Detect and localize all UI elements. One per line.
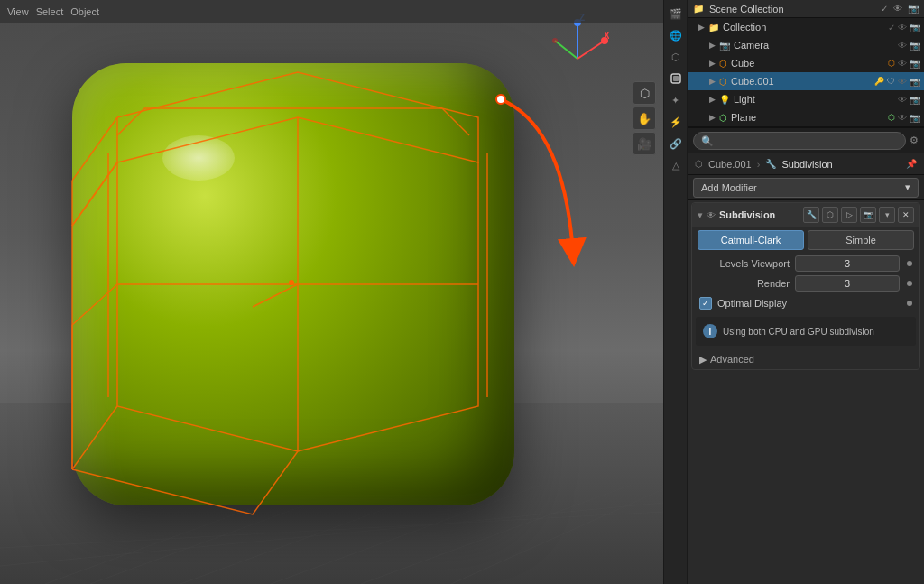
- checkbox-row-optimal: ✓ Optimal Display: [692, 293, 919, 313]
- optimal-display-checkbox[interactable]: ✓: [699, 297, 712, 310]
- outliner-header: 📁 Scene Collection ✓ 👁 📷: [688, 0, 924, 18]
- outliner: 📁 Scene Collection ✓ 👁 📷 ▶ 📁 Collection …: [688, 0, 924, 128]
- mod-btn-icon1[interactable]: ⬡: [822, 207, 838, 223]
- side-icon-constraints[interactable]: 🔗: [666, 134, 686, 153]
- add-modifier-arrow: ▾: [905, 181, 910, 193]
- svg-line-29: [555, 41, 578, 59]
- modifier-toolbar: 🔧 ⬡ ▷ 📷 ▾ ✕: [803, 207, 914, 223]
- outliner-item-cube[interactable]: ▶ ⬡ Cube ⬡ 👁📷: [688, 54, 924, 72]
- optimal-display-label: Optimal Display: [717, 298, 787, 309]
- advanced-arrow: ▶: [699, 354, 707, 366]
- origin-dot: [289, 280, 294, 285]
- panel-content: 📁 Scene Collection ✓ 👁 📷 ▶ 📁 Collection …: [688, 0, 924, 584]
- outliner-label-camera: Camera: [734, 40, 894, 51]
- viewport-tool-1[interactable]: ⬡: [633, 81, 656, 105]
- subdiv-catmull-clark-btn[interactable]: Catmull-Clark: [698, 230, 804, 250]
- mod-btn-wrench[interactable]: 🔧: [803, 207, 819, 223]
- viewport-menu-view[interactable]: View: [7, 6, 29, 17]
- viewport-menu-select[interactable]: Select: [36, 6, 64, 17]
- render-field[interactable]: 3: [795, 275, 900, 292]
- subdiv-type-row: Catmull-Clark Simple: [692, 227, 919, 254]
- prop-row-levels-viewport: Levels Viewport 3: [692, 254, 919, 273]
- mod-btn-close[interactable]: ✕: [898, 207, 914, 223]
- add-modifier-label: Add Modifier: [701, 182, 757, 193]
- outliner-item-camera[interactable]: ▶ 📷 Camera 👁📷: [688, 36, 924, 54]
- outliner-item-plane[interactable]: ▶ ⬡ Plane ⬡ 👁📷: [688, 108, 924, 126]
- render-value: 3: [845, 278, 850, 289]
- mod-btn-icon2[interactable]: ▷: [841, 207, 857, 223]
- breadcrumb-modifier: Subdivision: [781, 159, 832, 170]
- outliner-item-cube001[interactable]: ▶ ⬡ Cube.001 🔑 🛡 👁📷: [688, 72, 924, 90]
- mod-btn-icon3[interactable]: 📷: [860, 207, 876, 223]
- mod-btn-icon4[interactable]: ▾: [879, 207, 895, 223]
- svg-point-32: [552, 38, 558, 43]
- outliner-label-light: Light: [734, 94, 894, 105]
- svg-point-31: [601, 37, 608, 44]
- outliner-title: Scene Collection: [709, 4, 875, 14]
- side-icon-data[interactable]: △: [666, 155, 686, 175]
- search-input[interactable]: [693, 132, 906, 150]
- levels-viewport-field[interactable]: 3: [795, 255, 900, 272]
- cube-mesh: [45, 45, 550, 524]
- side-icon-object[interactable]: ⬡: [666, 47, 686, 67]
- side-icon-strip: 🎬 🌐 ⬡ ✦ ⚡ 🔗 △: [664, 0, 688, 584]
- viewport-menu-object[interactable]: Object: [70, 6, 99, 17]
- wireframe-svg: [45, 45, 550, 524]
- breadcrumb-object[interactable]: Cube.001: [708, 159, 752, 170]
- viewport-header: View Select Object: [0, 0, 663, 23]
- info-row: i Using both CPU and GPU subdivision: [696, 317, 916, 346]
- side-icon-modifier[interactable]: [666, 69, 686, 88]
- svg-line-16: [72, 284, 117, 325]
- right-panel: 🎬 🌐 ⬡ ✦ ⚡ 🔗 △ 📁 Scene Collection ✓ 👁 📷: [663, 0, 924, 584]
- render-keyframe-dot: [907, 281, 912, 286]
- modifier-collapse-icon[interactable]: ▾: [698, 209, 703, 221]
- breadcrumb: ⬡ Cube.001 › 🔧 Subdivision 📌: [688, 153, 924, 175]
- outliner-label-cube001: Cube.001: [731, 76, 871, 87]
- render-label: Render: [699, 278, 790, 289]
- 3d-viewport[interactable]: Z X ⬡ ✋ 🎥 View Select Object: [0, 0, 663, 584]
- advanced-row[interactable]: ▶ Advanced: [692, 349, 919, 369]
- outliner-label-cube: Cube: [731, 58, 884, 69]
- outliner-item-light[interactable]: ▶ 💡 Light 👁📷: [688, 90, 924, 108]
- svg-line-15: [253, 284, 298, 307]
- modifier-name: Subdivision: [719, 209, 799, 220]
- side-icon-particles[interactable]: ✦: [666, 90, 686, 110]
- side-icon-scene[interactable]: 🎬: [666, 4, 686, 23]
- advanced-label: Advanced: [710, 354, 754, 365]
- info-icon: i: [703, 324, 717, 338]
- info-text: Using both CPU and GPU subdivision: [723, 326, 874, 338]
- outliner-label-collection: Collection: [723, 22, 884, 32]
- viewport-tool-2[interactable]: ✋: [633, 107, 656, 130]
- svg-line-19: [117, 108, 144, 135]
- search-bar: ⚙: [688, 128, 924, 153]
- levels-viewport-value: 3: [845, 258, 850, 269]
- levels-viewport-keyframe-dot: [907, 261, 912, 266]
- outliner-label-plane: Plane: [731, 112, 884, 123]
- svg-line-27: [578, 41, 605, 59]
- modifier-block-subdivision: ▾ 👁 Subdivision 🔧 ⬡ ▷ 📷 ▾ ✕ Catm: [691, 202, 920, 370]
- properties-panel: ⚙ ⬡ Cube.001 › 🔧 Subdivision 📌 Add Modif…: [688, 128, 924, 584]
- optimal-display-dot: [907, 301, 912, 306]
- breadcrumb-separator: ›: [757, 159, 761, 170]
- modifier-header: ▾ 👁 Subdivision 🔧 ⬡ ▷ 📷 ▾ ✕: [692, 203, 919, 227]
- add-modifier-row: Add Modifier ▾: [688, 175, 924, 200]
- svg-rect-34: [673, 76, 679, 81]
- prop-row-render: Render 3: [692, 273, 919, 293]
- svg-line-11: [72, 406, 117, 469]
- outliner-item-collection[interactable]: ▶ 📁 Collection ✓👁📷: [688, 18, 924, 36]
- levels-viewport-label: Levels Viewport: [699, 258, 790, 269]
- viewport-tool-3[interactable]: 🎥: [633, 132, 656, 155]
- add-modifier-button[interactable]: Add Modifier ▾: [693, 178, 919, 198]
- modifier-vis-icon[interactable]: 👁: [707, 210, 716, 220]
- side-icon-physics[interactable]: ⚡: [666, 112, 686, 132]
- subdiv-simple-btn[interactable]: Simple: [808, 230, 914, 250]
- side-icon-world[interactable]: 🌐: [666, 25, 686, 45]
- viewport-toolbar: ⬡ ✋ 🎥: [633, 81, 656, 155]
